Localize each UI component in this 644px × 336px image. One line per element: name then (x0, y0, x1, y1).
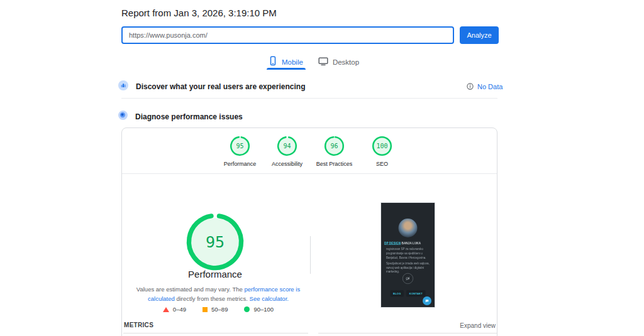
field-data-header: Discover what your real users are experi… (118, 80, 305, 93)
screenshot-content: DP DESIGN BANJA LUKA registrovan SP za r… (381, 203, 435, 307)
kontakt-button: KONTAKT (406, 290, 425, 297)
seo-gauge[interactable]: 100 (372, 136, 392, 156)
real-users-icon (118, 80, 128, 93)
category-label: Performance (216, 161, 264, 167)
lab-data-title: Diagnose performance issues (135, 112, 243, 121)
lab-data-header: Diagnose performance issues (118, 111, 243, 122)
legend-range: 90–100 (253, 306, 274, 313)
lighthouse-beacon-icon (118, 111, 128, 122)
desc-text: Values are estimated and may vary. The (136, 286, 245, 293)
tab-mobile[interactable]: Mobile (269, 55, 303, 69)
fail-triangle-icon (163, 307, 169, 312)
legend-range: 50–89 (211, 306, 228, 313)
category-seo: 100 SEO (358, 136, 406, 167)
section-divider (121, 98, 497, 99)
performance-description: Values are estimated and may vary. The p… (127, 285, 309, 303)
blog-button: BLOG (390, 290, 404, 297)
url-input[interactable] (121, 26, 454, 44)
category-label: Best Practices (311, 161, 358, 167)
slashed-circle-icon (402, 273, 413, 284)
avatar (399, 219, 418, 237)
screenshot-heading: DP DESIGN BANJA LUKA (384, 242, 431, 245)
metrics-header: METRICS (124, 322, 153, 328)
no-data-label: No Data (477, 83, 502, 90)
lighthouse-report-card: 95 Performance 94 Accessibility 96 Best … (121, 127, 497, 336)
accessibility-gauge[interactable]: 94 (277, 136, 297, 156)
no-data-link[interactable]: No Data (467, 81, 502, 92)
score-legend: 0–49 50–89 90–100 (127, 306, 309, 313)
screenshot-buttons: BLOG KONTAKT (381, 290, 435, 297)
active-tab-underline (267, 68, 306, 70)
pass-circle-icon (244, 306, 250, 312)
chat-fab-icon (423, 296, 431, 305)
performance-score-gauge[interactable]: 95 (185, 212, 245, 272)
tab-mobile-label: Mobile (282, 58, 303, 66)
best-practices-gauge[interactable]: 96 (324, 136, 345, 156)
smartphone-icon (269, 56, 277, 68)
report-title: Report from Jan 3, 2026, 3:19:10 PM (121, 8, 277, 18)
expand-view-button[interactable]: Expand view (460, 322, 496, 329)
metrics-divider-left (123, 333, 308, 333)
legend-fail: 0–49 (163, 306, 186, 313)
category-performance: 95 Performance (216, 136, 264, 167)
tab-desktop[interactable]: Desktop (318, 55, 359, 69)
category-accessibility: 94 Accessibility (264, 136, 311, 167)
brand-link: DP DESIGN (384, 242, 401, 245)
field-data-title: Discover what your real users are experi… (136, 82, 305, 91)
average-square-icon (203, 307, 208, 312)
performance-gauge[interactable]: 95 (230, 136, 250, 156)
column-divider (310, 236, 311, 274)
brand-rest: BANJA LUKA (401, 242, 421, 245)
category-label: Accessibility (264, 161, 311, 167)
screenshot-paragraph: Specijalnost je izrada web sajtova, razv… (386, 261, 430, 274)
category-best-practices: 96 Best Practices (311, 136, 358, 167)
desc-text: directly from these metrics. (175, 295, 250, 302)
legend-pass: 90–100 (244, 306, 274, 313)
info-icon (467, 81, 474, 92)
metrics-divider-right (318, 333, 497, 333)
desktop-icon (318, 57, 328, 68)
pagespeed-report-page: Report from Jan 3, 2026, 3:19:10 PM Anal… (0, 0, 644, 336)
legend-average: 50–89 (203, 306, 228, 313)
final-screenshot-thumbnail: DP DESIGN BANJA LUKA registrovan SP za r… (381, 203, 435, 307)
screenshot-paragraph: registrovan SP za računarsko programiran… (386, 247, 430, 260)
performance-title: Performance (152, 269, 278, 279)
analyze-button[interactable]: Analyze (460, 26, 499, 44)
card-divider (122, 173, 497, 174)
category-label: SEO (358, 161, 406, 167)
legend-range: 0–49 (173, 306, 186, 313)
tab-desktop-label: Desktop (333, 58, 359, 66)
device-tabs: Mobile Desktop (269, 55, 359, 69)
see-calculator-link[interactable]: See calculator. (250, 295, 289, 302)
